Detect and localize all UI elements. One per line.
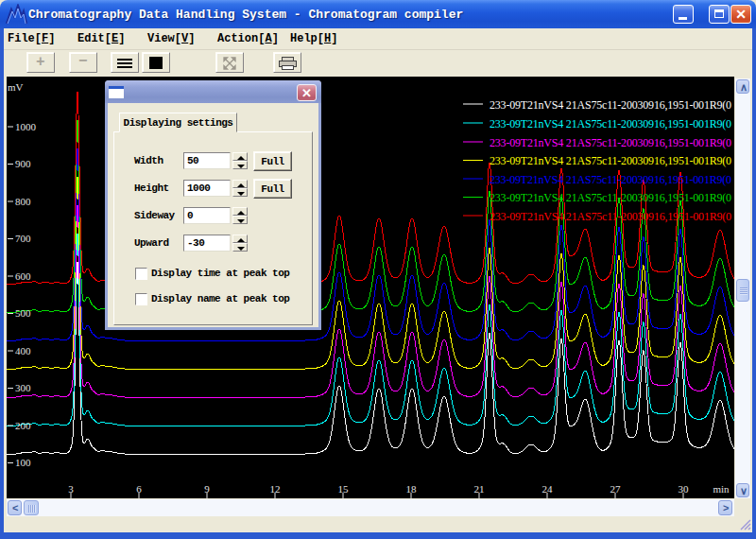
svg-text:400: 400 xyxy=(15,345,31,356)
svg-text:200: 200 xyxy=(15,420,31,431)
svg-text:24: 24 xyxy=(542,483,554,495)
svg-text:233-09T21nVS4 21AS75c11-200309: 233-09T21nVS4 21AS75c11-20030916,1951-00… xyxy=(490,117,731,130)
svg-text:30: 30 xyxy=(679,483,690,495)
svg-text:9: 9 xyxy=(204,483,210,495)
svg-text:500: 500 xyxy=(15,307,31,319)
svg-text:233-09T21nVS4 21AS75c11-200309: 233-09T21nVS4 21AS75c11-20030916,1951-00… xyxy=(490,98,731,112)
svg-text:900: 900 xyxy=(15,158,31,169)
svg-text:15: 15 xyxy=(338,483,350,495)
svg-text:800: 800 xyxy=(15,196,31,207)
svg-text:700: 700 xyxy=(15,233,31,244)
svg-text:3: 3 xyxy=(68,483,74,495)
svg-text:mV: mV xyxy=(8,81,24,93)
svg-text:21: 21 xyxy=(474,483,485,495)
svg-text:min: min xyxy=(713,483,730,495)
svg-text:6: 6 xyxy=(136,483,142,495)
svg-text:600: 600 xyxy=(15,270,31,282)
svg-text:233-09T21nVS4 21AS75c11-200309: 233-09T21nVS4 21AS75c11-20030916,1951-00… xyxy=(490,210,731,223)
svg-text:233-09T21nVS4 21AS75c11-200309: 233-09T21nVS4 21AS75c11-20030916,1951-00… xyxy=(490,136,731,149)
svg-text:233-09T21nVS4 21AS75c11-200309: 233-09T21nVS4 21AS75c11-20030916,1951-00… xyxy=(490,154,731,167)
svg-text:300: 300 xyxy=(15,382,31,393)
svg-text:233-09T21nVS4 21AS75c11-200309: 233-09T21nVS4 21AS75c11-20030916,1951-00… xyxy=(490,173,731,186)
svg-text:233-09T21nVS4 21AS75c11-200309: 233-09T21nVS4 21AS75c11-20030916,1951-00… xyxy=(490,191,731,204)
svg-text:100: 100 xyxy=(15,457,31,468)
svg-text:18: 18 xyxy=(406,483,418,495)
svg-text:1000: 1000 xyxy=(15,121,37,132)
svg-text:27: 27 xyxy=(610,483,622,495)
svg-text:12: 12 xyxy=(270,483,281,495)
